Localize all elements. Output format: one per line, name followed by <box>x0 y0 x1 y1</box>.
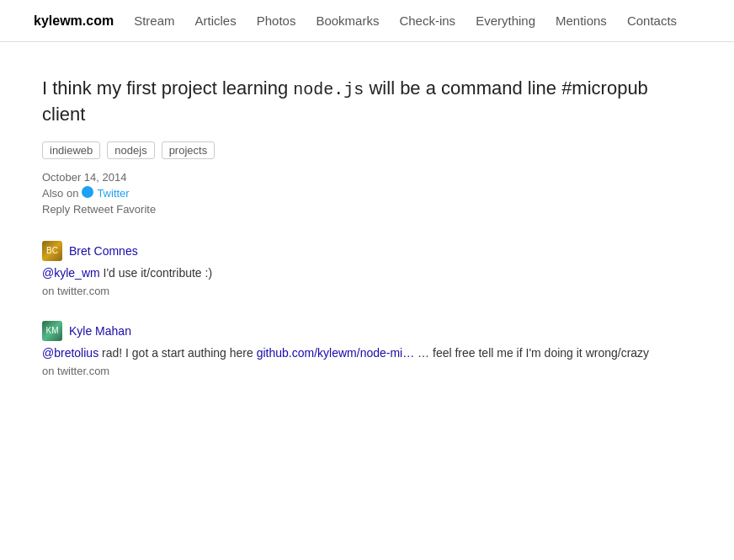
avatar-kyle: KM <box>42 321 62 341</box>
comment-1-body: @kyle_wm I'd use it/contribute :) <box>42 264 657 282</box>
comment-2-text-before-link: rad! I got a start authing here <box>98 346 257 360</box>
post-tags: indieweb nodejs projects <box>42 141 657 159</box>
post-also-on: Also on Twitter <box>42 187 657 200</box>
also-on-label: Also on <box>42 187 78 200</box>
comment-1-header: BC Bret Comnes <box>42 241 657 261</box>
nav-link-contacts[interactable]: Contacts <box>627 13 677 28</box>
comment-1-author[interactable]: Bret Comnes <box>69 244 138 258</box>
tag-nodejs[interactable]: nodejs <box>107 141 154 159</box>
tag-indieweb[interactable]: indieweb <box>42 141 100 159</box>
post-date: October 14, 2014 <box>42 171 657 184</box>
comments-section: BC Bret Comnes @kyle_wm I'd use it/contr… <box>42 241 657 377</box>
comment-2-link[interactable]: github.com/kylewm/node-mi… <box>257 346 415 360</box>
post-text-before-code: I think my first project learning <box>42 77 293 99</box>
reply-action[interactable]: Reply <box>42 203 70 216</box>
comment-1: BC Bret Comnes @kyle_wm I'd use it/contr… <box>42 241 657 297</box>
nav-link-checkins[interactable]: Check-ins <box>399 13 455 28</box>
post-title: I think my first project learning node.j… <box>42 76 657 128</box>
nav-link-bookmarks[interactable]: Bookmarks <box>316 13 379 28</box>
comment-2-source: on twitter.com <box>42 365 657 377</box>
site-brand[interactable]: kylewm.com <box>34 13 114 29</box>
nav-link-photos[interactable]: Photos <box>257 13 296 28</box>
tag-projects[interactable]: projects <box>162 141 215 159</box>
comment-2-text-after-link: … feel free tell me if I'm doing it wron… <box>414 346 649 360</box>
comment-2-header: KM Kyle Mahan <box>42 321 657 341</box>
twitter-link[interactable]: Twitter <box>97 187 129 200</box>
retweet-action[interactable]: Retweet <box>73 203 114 216</box>
comment-2-author[interactable]: Kyle Mahan <box>69 324 131 338</box>
nav-link-everything[interactable]: Everything <box>476 13 535 28</box>
post-actions: Reply Retweet Favorite <box>42 203 657 216</box>
favorite-action[interactable]: Favorite <box>116 203 156 216</box>
twitter-icon <box>82 186 93 198</box>
nav-link-mentions[interactable]: Mentions <box>556 13 607 28</box>
comment-2: KM Kyle Mahan @bretolius rad! I got a st… <box>42 321 657 377</box>
comment-2-mention[interactable]: @bretolius <box>42 346 98 360</box>
nav-link-stream[interactable]: Stream <box>134 13 174 28</box>
comment-1-mention[interactable]: @kyle_wm <box>42 266 100 280</box>
avatar-bret: BC <box>42 241 62 261</box>
navigation: kylewm.com Stream Articles Photos Bookma… <box>0 0 734 42</box>
nav-link-articles[interactable]: Articles <box>195 13 237 28</box>
comment-1-source: on twitter.com <box>42 285 657 297</box>
post-code: node.js <box>293 80 364 99</box>
comment-2-body: @bretolius rad! I got a start authing he… <box>42 344 657 362</box>
comment-1-text: I'd use it/contribute :) <box>100 266 212 280</box>
main-content: I think my first project learning node.j… <box>0 42 690 435</box>
